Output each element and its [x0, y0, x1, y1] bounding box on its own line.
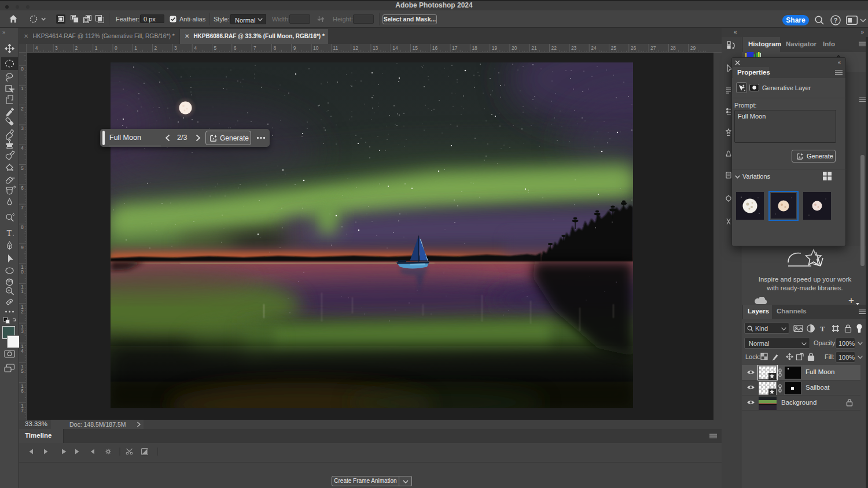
svg-text:18: 18 [472, 45, 477, 51]
svg-text:8: 8 [273, 45, 276, 51]
svg-text:T: T [820, 324, 825, 333]
svg-text:4: 4 [21, 145, 24, 151]
svg-text:7: 7 [21, 408, 24, 413]
svg-text:6: 6 [234, 45, 237, 51]
svg-text:11: 11 [333, 45, 338, 51]
svg-text:4: 4 [194, 45, 197, 51]
svg-text:26: 26 [631, 45, 637, 51]
svg-text:17: 17 [452, 45, 458, 51]
svg-text:3: 3 [21, 328, 24, 334]
svg-text:28: 28 [670, 45, 676, 51]
svg-text:2: 2 [21, 309, 24, 315]
svg-text:29: 29 [690, 45, 696, 51]
svg-text:9: 9 [293, 45, 296, 51]
svg-text:21: 21 [531, 45, 537, 51]
svg-text:0: 0 [115, 45, 117, 51]
svg-text:T: T [7, 229, 12, 238]
svg-text:8: 8 [21, 224, 24, 230]
svg-text:2: 2 [155, 45, 157, 51]
svg-text:1: 1 [134, 45, 137, 51]
svg-text:14: 14 [392, 45, 398, 51]
svg-text:1: 1 [21, 289, 24, 294]
svg-text:10: 10 [313, 45, 319, 51]
svg-text:20: 20 [512, 45, 517, 51]
svg-text:3: 3 [55, 45, 58, 51]
svg-text:24: 24 [591, 45, 597, 51]
svg-text:22: 22 [551, 45, 557, 51]
svg-text:5: 5 [21, 165, 24, 171]
svg-text:0: 0 [21, 66, 24, 72]
svg-text:0: 0 [21, 269, 24, 275]
svg-text:5: 5 [21, 368, 24, 374]
svg-text:4: 4 [35, 45, 38, 51]
svg-text:7: 7 [253, 45, 256, 51]
svg-text:12: 12 [353, 45, 359, 51]
svg-text:19: 19 [492, 45, 498, 51]
svg-text:3: 3 [21, 125, 24, 131]
svg-text:6: 6 [21, 388, 24, 394]
svg-text:16: 16 [432, 45, 438, 51]
svg-text:1: 1 [95, 45, 98, 51]
svg-text:5: 5 [214, 45, 217, 51]
svg-text:2: 2 [75, 45, 78, 51]
svg-text:2: 2 [21, 106, 24, 112]
svg-text:15: 15 [413, 45, 418, 51]
svg-text:6: 6 [21, 185, 24, 191]
svg-text:4: 4 [21, 348, 24, 354]
svg-text:3: 3 [174, 45, 177, 51]
svg-text:7: 7 [21, 205, 24, 210]
svg-text:27: 27 [650, 45, 656, 51]
svg-text:13: 13 [373, 45, 378, 51]
svg-text:1: 1 [21, 86, 24, 91]
svg-text:25: 25 [611, 45, 617, 51]
svg-text:23: 23 [571, 45, 577, 51]
svg-text:9: 9 [21, 245, 24, 250]
svg-text:?: ? [834, 17, 838, 24]
